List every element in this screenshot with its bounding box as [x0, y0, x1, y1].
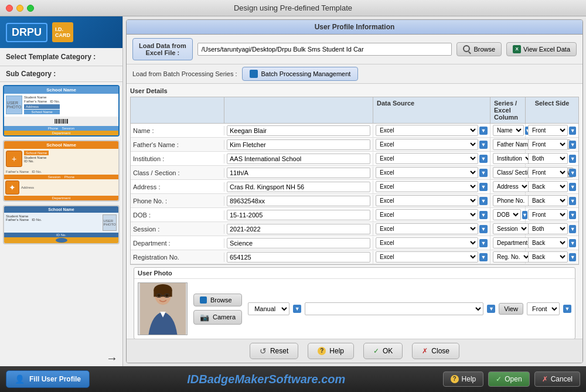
series-select-7[interactable]: Session	[493, 223, 529, 234]
side-chevron-8[interactable]: ▼	[569, 239, 576, 247]
reset-button[interactable]: ↺ Reset	[250, 343, 298, 359]
side-select-1[interactable]: Front Back Both	[528, 139, 568, 150]
photo-camera-button[interactable]: 📷 Camera	[193, 310, 242, 325]
field-input-2[interactable]	[227, 154, 370, 164]
field-input-7[interactable]	[227, 224, 370, 234]
side-chevron-5[interactable]: ▼	[569, 197, 576, 205]
source-chevron-8[interactable]: ▼	[479, 239, 488, 247]
source-select-5[interactable]: Excel Manual	[376, 195, 478, 206]
photo-side-chevron[interactable]: ▼	[563, 305, 571, 313]
maximize-button[interactable]	[27, 5, 34, 12]
bottom-open-button[interactable]: ✓ Open	[488, 371, 529, 387]
template-card-3[interactable]: School Name Student Name Father's Name I…	[3, 205, 120, 244]
card1-info: Student Name Father's Name ID No. Addres…	[24, 96, 60, 115]
card2-star-icon: ✦	[5, 180, 19, 195]
load-data-button[interactable]: Load Data fromExcel File :	[132, 38, 193, 60]
browse-button[interactable]: Browse	[456, 42, 502, 56]
minimize-button[interactable]	[16, 5, 23, 12]
dialog-panel: User Profile Information Load Data fromE…	[126, 19, 583, 363]
photo-series-select[interactable]	[305, 302, 483, 315]
bottom-help-label: Help	[462, 375, 476, 383]
source-chevron-4[interactable]: ▼	[479, 183, 488, 191]
ok-button[interactable]: ✓ OK	[363, 343, 403, 359]
side-select-6[interactable]: Front Back Both	[528, 209, 568, 220]
file-path-input[interactable]	[197, 43, 452, 56]
source-select-4[interactable]: Excel Manual	[376, 181, 478, 192]
side-chevron-1[interactable]: ▼	[569, 141, 576, 149]
source-chevron-7[interactable]: ▼	[479, 225, 488, 233]
field-input-8[interactable]	[227, 238, 370, 248]
photo-source-select[interactable]: Manual Excel	[248, 302, 289, 315]
side-chevron-6[interactable]: ▼	[569, 211, 576, 219]
side-chevron-7[interactable]: ▼	[569, 225, 576, 233]
bottom-help-button[interactable]: ? Help	[443, 371, 484, 387]
source-chevron-2[interactable]: ▼	[479, 155, 488, 163]
side-cell-5: Front Back Both ▼	[526, 194, 578, 207]
photo-series-chevron[interactable]: ▼	[487, 305, 495, 313]
source-chevron-9[interactable]: ▼	[479, 253, 488, 261]
source-cell-1: Excel Manual ▼	[373, 138, 490, 151]
source-select-7[interactable]: Excel Manual	[376, 223, 478, 234]
side-chevron-9[interactable]: ▼	[569, 253, 576, 261]
template-card-2[interactable]: School Name + School Name Student Name I…	[3, 140, 120, 202]
nav-arrow: →	[0, 350, 122, 366]
source-select-2[interactable]: Excel Manual	[376, 153, 478, 164]
fill-profile-button[interactable]: 👤 Fill User Profile	[6, 370, 90, 388]
source-select-6[interactable]: Excel Manual	[376, 209, 478, 220]
table-row: Phone No. : Excel Manual ▼ Phone No. ▼ V…	[131, 194, 578, 208]
side-cell-7: Front Back Both ▼	[526, 222, 578, 236]
close-button[interactable]	[6, 5, 13, 12]
photo-browse-button[interactable]: Browse	[193, 294, 242, 306]
source-chevron-5[interactable]: ▼	[479, 197, 488, 205]
field-input-4[interactable]	[227, 182, 370, 192]
source-cell-8: Excel Manual ▼	[373, 236, 490, 250]
source-chevron-0[interactable]: ▼	[479, 127, 488, 135]
source-select-1[interactable]: Excel Manual	[376, 139, 478, 150]
field-input-3[interactable]	[227, 168, 370, 178]
field-input-0[interactable]	[227, 125, 370, 136]
source-chevron-1[interactable]: ▼	[479, 141, 488, 149]
source-select-3[interactable]: Excel Manual	[376, 167, 478, 178]
card2-info: School Name Student Name ID No.	[24, 151, 49, 167]
view-excel-button[interactable]: X View Excel Data	[506, 42, 577, 56]
source-select-0[interactable]: Excel Manual	[376, 125, 478, 136]
source-select-9[interactable]: Excel Manual	[376, 251, 478, 263]
source-chevron-3[interactable]: ▼	[479, 169, 488, 177]
series-select-6[interactable]: DOB	[493, 209, 521, 220]
field-input-9[interactable]	[227, 252, 370, 263]
card2-school-name: School Name	[4, 141, 118, 149]
side-chevron-0[interactable]: ▼	[569, 127, 576, 135]
photo-source-chevron[interactable]: ▼	[293, 305, 301, 313]
field-input-1[interactable]	[227, 139, 370, 150]
side-select-7[interactable]: Front Back Both	[528, 223, 568, 234]
source-select-8[interactable]: Excel Manual	[376, 237, 478, 248]
field-input-5[interactable]	[227, 196, 370, 206]
photo-side-select[interactable]: Front Back Both	[527, 302, 560, 315]
card3-user-photo: USERPHOTO	[103, 214, 117, 231]
help-button[interactable]: ? Help	[308, 343, 354, 359]
table-row: DOB : Excel Manual ▼ DOB ▼ View Front Ba…	[131, 208, 578, 222]
source-chevron-6[interactable]: ▼	[479, 211, 488, 219]
photo-view-button[interactable]: View	[499, 303, 523, 315]
field-input-6[interactable]	[227, 210, 370, 220]
side-chevron-2[interactable]: ▼	[569, 155, 576, 163]
batch-button[interactable]: Batch Processing Management	[242, 67, 359, 81]
side-select-2[interactable]: Front Back Both	[528, 153, 568, 164]
side-select-8[interactable]: Front Back Both	[528, 237, 568, 248]
side-chevron-3[interactable]: ▼	[569, 169, 576, 177]
source-cell-9: Excel Manual ▼	[373, 250, 490, 264]
side-select-0[interactable]: Front Back Both	[528, 125, 568, 136]
close-dialog-button[interactable]: ✗ Close	[412, 343, 459, 359]
side-chevron-4[interactable]: ▼	[569, 183, 576, 191]
series-select-0[interactable]: Name	[493, 125, 524, 136]
camera-icon: 📷	[200, 313, 209, 322]
sub-category-label: Sub Category :	[0, 66, 122, 82]
bottom-cancel-button[interactable]: ✗ Cancel	[534, 371, 580, 387]
side-select-3[interactable]: Front Back Both	[528, 167, 568, 178]
template-card-1[interactable]: School Name USERPHOTO Student Name Fathe…	[3, 85, 120, 137]
side-select-5[interactable]: Front Back Both	[528, 195, 568, 206]
series-select-4[interactable]: Address	[493, 181, 530, 192]
side-select-4[interactable]: Front Back Both	[528, 181, 568, 192]
source-cell-6: Excel Manual ▼	[373, 208, 490, 221]
side-select-9[interactable]: Front Back Both	[528, 251, 568, 263]
